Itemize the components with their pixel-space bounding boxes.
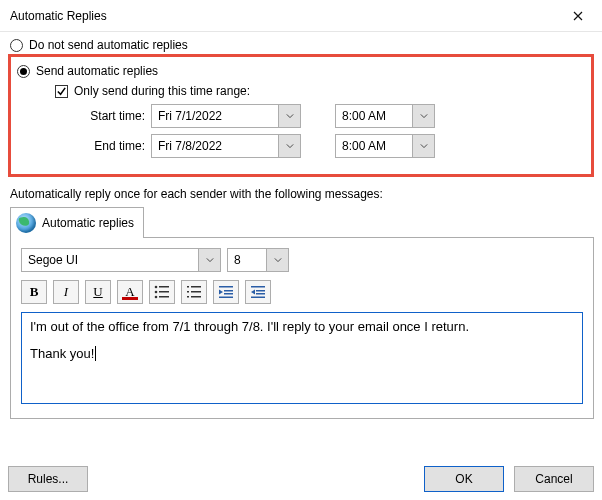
tab-panel: Segoe UI 8 B I U A — [10, 237, 594, 419]
numbered-list-icon — [186, 285, 202, 299]
svg-rect-14 — [224, 293, 233, 295]
ok-button[interactable]: OK — [424, 466, 504, 492]
svg-rect-9 — [191, 291, 201, 293]
decrease-indent-icon — [218, 285, 234, 299]
underline-icon: U — [93, 284, 102, 300]
svg-rect-5 — [159, 296, 169, 298]
chevron-down-icon — [278, 105, 300, 127]
end-time-combo[interactable]: 8:00 AM — [335, 134, 435, 158]
svg-rect-16 — [251, 286, 265, 288]
color-bar — [122, 297, 138, 300]
font-size-combo[interactable]: 8 — [227, 248, 289, 272]
svg-rect-13 — [224, 290, 233, 292]
globe-icon — [16, 213, 36, 233]
numbered-list-button[interactable] — [181, 280, 207, 304]
start-date-combo[interactable]: Fri 7/1/2022 — [151, 104, 301, 128]
bulleted-list-icon — [154, 285, 170, 299]
bulleted-list-button[interactable] — [149, 280, 175, 304]
tab-label: Automatic replies — [42, 216, 134, 230]
italic-button[interactable]: I — [53, 280, 79, 304]
message-editor[interactable]: I'm out of the office from 7/1 through 7… — [21, 312, 583, 404]
close-button[interactable] — [556, 1, 600, 31]
section-label: Automatically reply once for each sender… — [10, 187, 592, 201]
start-time-combo[interactable]: 8:00 AM — [335, 104, 435, 128]
radio-do-not-send[interactable]: Do not send automatic replies — [10, 38, 594, 52]
svg-rect-3 — [159, 291, 169, 293]
start-date-value: Fri 7/1/2022 — [152, 109, 222, 123]
svg-rect-15 — [219, 297, 233, 299]
end-date-combo[interactable]: Fri 7/8/2022 — [151, 134, 301, 158]
close-icon — [573, 11, 583, 21]
italic-icon: I — [64, 284, 68, 300]
svg-rect-18 — [256, 293, 265, 295]
increase-indent-icon — [250, 285, 266, 299]
editor-line-1: I'm out of the office from 7/1 through 7… — [30, 319, 469, 334]
font-name-combo[interactable]: Segoe UI — [21, 248, 221, 272]
svg-rect-11 — [191, 296, 201, 298]
radio-off-label: Do not send automatic replies — [29, 38, 188, 52]
svg-point-2 — [155, 291, 158, 294]
font-size-value: 8 — [228, 253, 241, 267]
svg-rect-19 — [251, 297, 265, 299]
chevron-down-icon — [266, 249, 288, 271]
editor-line-2: Thank you! — [30, 346, 94, 361]
radio-on-indicator — [17, 65, 30, 78]
rules-button[interactable]: Rules... — [8, 466, 88, 492]
start-time-value: 8:00 AM — [336, 109, 386, 123]
highlight-box: Send automatic replies Only send during … — [8, 54, 594, 177]
underline-button[interactable]: U — [85, 280, 111, 304]
window-title: Automatic Replies — [10, 9, 107, 23]
chevron-down-icon — [198, 249, 220, 271]
svg-rect-7 — [191, 286, 201, 288]
radio-on-label: Send automatic replies — [36, 64, 158, 78]
titlebar: Automatic Replies — [0, 0, 602, 32]
cancel-button[interactable]: Cancel — [514, 466, 594, 492]
font-name-value: Segoe UI — [22, 253, 78, 267]
radio-off-indicator — [10, 39, 23, 52]
end-time-value: 8:00 AM — [336, 139, 386, 153]
end-time-label: End time: — [87, 139, 151, 153]
chevron-down-icon — [412, 135, 434, 157]
start-time-label: Start time: — [87, 109, 151, 123]
chevron-down-icon — [278, 135, 300, 157]
chevron-down-icon — [412, 105, 434, 127]
svg-rect-12 — [219, 286, 233, 288]
checkbox-indicator — [55, 85, 68, 98]
svg-rect-8 — [187, 291, 189, 293]
time-range-checkbox[interactable]: Only send during this time range: — [55, 84, 585, 98]
svg-rect-17 — [256, 290, 265, 292]
radio-send[interactable]: Send automatic replies — [17, 64, 585, 78]
bold-icon: B — [30, 284, 39, 300]
tab-automatic-replies[interactable]: Automatic replies — [10, 207, 144, 238]
svg-rect-10 — [187, 296, 189, 298]
svg-rect-6 — [187, 286, 189, 288]
increase-indent-button[interactable] — [245, 280, 271, 304]
time-range-label: Only send during this time range: — [74, 84, 250, 98]
svg-point-4 — [155, 296, 158, 299]
svg-rect-1 — [159, 286, 169, 288]
decrease-indent-button[interactable] — [213, 280, 239, 304]
bold-button[interactable]: B — [21, 280, 47, 304]
text-caret — [95, 346, 96, 361]
end-date-value: Fri 7/8/2022 — [152, 139, 222, 153]
svg-point-0 — [155, 286, 158, 289]
font-color-button[interactable]: A — [117, 280, 143, 304]
